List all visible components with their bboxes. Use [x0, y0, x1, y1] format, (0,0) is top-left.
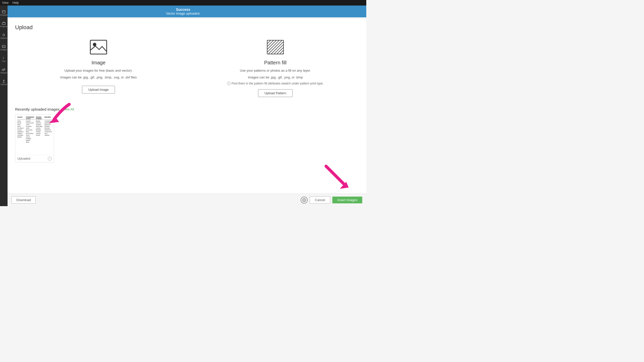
objects-icon [2, 33, 6, 37]
svg-text:TREATS: TREATS [17, 133, 22, 134]
svg-text:NUTS: NUTS [17, 126, 21, 127]
svg-text:GRANOLA: GRANOLA [17, 131, 24, 132]
svg-text:POWDER: POWDER [36, 118, 42, 119]
svg-text:BAKING: BAKING [26, 140, 30, 141]
svg-rect-2 [2, 23, 5, 25]
pattern-info: i Find them in the pattern fill attribut… [227, 82, 324, 85]
pattern-info-text: Find them in the pattern fill attributes… [232, 82, 324, 85]
sidebar-item-objects[interactable]: Objects [0, 31, 7, 42]
view-all-link[interactable]: View All [63, 107, 74, 111]
svg-text:CEREAL: CEREAL [45, 134, 50, 136]
svg-text:CASHEWS: CASHEWS [45, 120, 51, 122]
images-label: Images [1, 49, 7, 51]
svg-marker-7 [4, 68, 5, 70]
svg-text:NUTRITIONAL: NUTRITIONAL [26, 133, 33, 134]
sidebar-item-projects[interactable]: Projects [0, 19, 7, 30]
thumbnail-footer: Uploaded i [15, 155, 54, 162]
image-card-icon [89, 38, 109, 56]
svg-text:CHILES: CHILES [36, 133, 41, 134]
menu-bar: View Help [0, 0, 366, 6]
svg-text:CACAO: CACAO [26, 137, 30, 138]
text-icon: T [2, 56, 6, 60]
projects-label: Projects [0, 26, 8, 28]
svg-text:BEANS: BEANS [36, 120, 41, 122]
svg-text:PECANS: PECANS [45, 127, 50, 129]
projects-icon [2, 22, 6, 25]
templates-icon [2, 10, 6, 14]
image-card-desc1: Upload your images for free (basic and v… [64, 68, 133, 73]
recently-header: Recently uploaded images View All [15, 107, 359, 111]
thumbnail-card[interactable]: SUGAR POWDERED SUGAR BAKING POWDER BRAIS… [15, 114, 54, 162]
sidebar: Templates Projects Objects Images T Text… [0, 6, 8, 206]
menu-view[interactable]: View [2, 1, 9, 5]
svg-text:OATS: OATS [17, 120, 21, 122]
upload-pattern-button[interactable]: Upload Pattern [258, 89, 293, 97]
globe-icon[interactable] [301, 197, 308, 204]
svg-text:SUGAR: SUGAR [17, 116, 22, 118]
pattern-card-title: Pattern fill [264, 60, 287, 66]
text-label: Text [2, 60, 6, 62]
page-title: Upload [15, 24, 359, 31]
info-icon: i [227, 82, 231, 85]
upload-icon [2, 79, 6, 83]
sidebar-item-templates[interactable]: Templates [0, 8, 7, 19]
insert-images-button[interactable]: Insert Images [332, 197, 362, 203]
pattern-card: Pattern fill Use your patterns or photos… [192, 38, 359, 97]
svg-text:PLANTAIN: PLANTAIN [26, 126, 31, 127]
svg-text:DATES: DATES [36, 134, 40, 136]
svg-rect-9 [90, 40, 107, 54]
recently-title: Recently uploaded images [15, 107, 60, 111]
svg-text:SUGAR: SUGAR [26, 120, 30, 122]
svg-text:PASTA: PASTA [17, 122, 21, 124]
svg-rect-12 [267, 40, 284, 54]
thumbnail-label: Uploaded [17, 157, 30, 160]
svg-text:SEEDS: SEEDS [17, 136, 22, 138]
svg-text:COCONUT: COCONUT [17, 127, 24, 129]
thumbnail-image: SUGAR POWDERED SUGAR BAKING POWDER BRAIS… [15, 115, 54, 155]
svg-text:CHOCOLATE: CHOCOLATE [26, 122, 34, 124]
upload-image-button[interactable]: Upload Image [82, 86, 115, 94]
bottom-right-actions: Cancel Insert Images [301, 196, 362, 204]
sidebar-item-images[interactable]: Images [0, 42, 7, 53]
download-button[interactable]: Download [12, 196, 36, 204]
svg-rect-6 [2, 69, 4, 71]
svg-text:YEAST: YEAST [26, 135, 30, 136]
sidebar-item-upload[interactable]: Upload [0, 77, 7, 88]
images-icon [2, 45, 6, 48]
recently-section: Recently uploaded images View All SUGAR … [15, 107, 359, 162]
success-banner: Success Vector image uploaded. [0, 6, 366, 17]
shapes-icon [2, 68, 6, 71]
svg-text:RAISINS: RAISINS [45, 126, 50, 127]
pattern-card-desc2: Images can be .jpg, .gif, .png, or .bmp [248, 75, 303, 80]
svg-text:SUGAR: SUGAR [36, 131, 41, 132]
thumbnail-info-button[interactable]: i [48, 157, 52, 161]
svg-rect-0 [2, 11, 5, 13]
svg-text:APRICOTS: APRICOTS [45, 129, 51, 131]
bottom-bar: Download Cancel Insert Images [8, 194, 366, 206]
shapes-label: Shapes [0, 72, 7, 74]
upload-label: Upload [1, 83, 7, 85]
svg-text:T: T [3, 57, 4, 60]
cancel-button[interactable]: Cancel [310, 196, 330, 204]
templates-label: Templates [0, 14, 8, 16]
svg-text:COOKIES: COOKIES [17, 134, 23, 136]
pattern-card-desc1: Use your patterns or photos as a fill on… [240, 68, 311, 73]
svg-text:CHIPS: CHIPS [26, 124, 29, 125]
main-content: Upload Image Upload your images for free… [8, 19, 366, 194]
svg-text:QUINOA: QUINOA [36, 124, 41, 125]
image-card: Image Upload your images for free (basic… [15, 38, 182, 97]
menu-help[interactable]: Help [13, 1, 19, 5]
svg-text:SUGAR: SUGAR [26, 118, 30, 119]
svg-text:POPCORN: POPCORN [36, 126, 43, 127]
svg-text:SALT: SALT [45, 133, 48, 134]
objects-label: Objects [0, 37, 7, 39]
sidebar-item-text[interactable]: T Text [0, 54, 7, 65]
svg-text:BLACK-END: BLACK-END [26, 129, 33, 131]
svg-text:COCOA: COCOA [36, 127, 41, 129]
image-card-title: Image [92, 60, 106, 66]
svg-text:RICE: RICE [17, 124, 21, 125]
svg-text:WALNUTS: WALNUTS [45, 124, 51, 125]
sidebar-item-shapes[interactable]: Shapes [0, 65, 7, 76]
svg-text:BRAISED: BRAISED [45, 116, 51, 118]
svg-text:LENTILS: LENTILS [36, 122, 41, 124]
